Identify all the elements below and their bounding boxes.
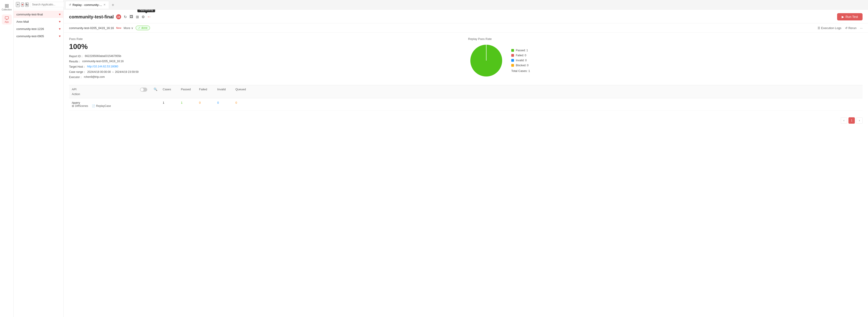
legend-failed: Failed: 0 <box>511 54 530 57</box>
table-row: /query 1 1 0 0 0 ⊞ DiffScenes 📄 ReplayCa… <box>69 98 863 110</box>
row-passed: 1 <box>181 101 199 104</box>
row-queued: 0 <box>236 101 860 104</box>
sidebar-item-app[interactable]: App <box>2 14 12 25</box>
replay-case-label: ReplayCase <box>96 104 111 108</box>
heart-icon: ♥ <box>59 34 61 38</box>
page-header-left: community-test-final 18 ↻ 🖼 ⊞ ⚙ AppSetti… <box>69 14 152 20</box>
next-page-button[interactable]: › <box>856 117 863 124</box>
legend-blocked: Blocked: 0 <box>511 64 530 67</box>
grid-icon <box>5 4 9 8</box>
pie-section: Passed: 1 Failed: 0 Invalid: 0 <box>468 42 863 79</box>
collection-item-label: Arex-Mall <box>17 20 29 23</box>
icon-sidebar: Collection App <box>0 0 13 317</box>
sub-header-right: ☰ Execution Logs ↺ Rerun ··· <box>817 26 863 30</box>
col-api: API <box>72 87 140 92</box>
svg-rect-0 <box>5 4 6 5</box>
pie-chart <box>468 42 504 79</box>
stats-section: Pass Rate 100% Report ID： 6622285060aba0… <box>64 33 868 85</box>
collection-sidebar: ＋ ♥ ↻ community-test-final ♥ Arex-Mall ♥… <box>13 0 64 317</box>
appsetting-tooltip: AppSetting <box>137 9 155 12</box>
sidebar-item-collection[interactable]: Collection <box>2 2 12 12</box>
diff-scenes-icon: ⊞ <box>72 104 74 108</box>
table-section: API 🔍 Cases Passed Failed Invalid Queued… <box>64 85 868 115</box>
target-host-link[interactable]: http://10.144.62.53:18080 <box>87 65 118 69</box>
collection-item-community-test-0905[interactable]: community-test-0905 ♥ <box>13 32 63 40</box>
replay-case-button[interactable]: 📄 ReplayCase <box>92 104 111 108</box>
grid-icon-button[interactable]: ⊞ <box>135 14 139 20</box>
row-cases: 1 <box>163 101 181 104</box>
search-icon-button[interactable]: 🔍 <box>154 87 157 91</box>
prev-page-button[interactable]: ‹ <box>841 117 847 124</box>
run-test-button[interactable]: ▶ Run Test <box>837 13 863 21</box>
col-queued: Queued <box>236 87 860 92</box>
diff-scenes-button[interactable]: ⊞ DiffScenes <box>72 104 88 108</box>
replay-case-icon: 📄 <box>92 104 95 108</box>
svg-rect-4 <box>5 16 8 19</box>
action-buttons: ⊞ DiffScenes 📄 ReplayCase <box>72 104 140 108</box>
page-1-button[interactable]: 1 <box>848 117 855 124</box>
replay-tab[interactable]: ↺ Replay - community-... ✕ <box>65 1 109 9</box>
done-badge: ✓ done <box>136 26 150 30</box>
collection-item-arex-mall[interactable]: Arex-Mall ♥ <box>13 18 63 25</box>
row-failed: 0 <box>199 101 217 104</box>
favorite-button[interactable]: ♥ <box>21 2 24 7</box>
settings-icon-button[interactable]: ⚙ <box>141 14 145 20</box>
execution-logs-button[interactable]: ☰ Execution Logs <box>817 26 841 30</box>
refresh-button[interactable]: ↻ <box>25 2 29 7</box>
more-button[interactable]: More ∨ <box>124 26 133 30</box>
collection-item-label: community-test-final <box>17 13 43 16</box>
search-input[interactable] <box>30 2 68 7</box>
pass-rate-section: Pass Rate 100% Report ID： 6622285060aba0… <box>69 37 464 80</box>
rerun-icon: ↺ <box>845 26 847 30</box>
run-test-icon: ▶ <box>842 15 844 19</box>
tab-bar: ↺ Replay - community-... ✕ ＋ <box>64 0 868 9</box>
col-failed: Failed <box>199 87 217 92</box>
col-toggle <box>140 87 154 92</box>
header-icons: ↻ 🖼 ⊞ ⚙ AppSetting ← <box>123 14 152 20</box>
badge-count: 18 <box>116 14 121 19</box>
new-badge: New <box>116 27 121 29</box>
chart-legend-and-total: Passed: 1 Failed: 0 Invalid: 0 <box>511 49 530 73</box>
heart-icon: ♥ <box>59 20 61 23</box>
diff-scenes-label: DiffScenes <box>75 104 88 108</box>
chart-legend: Passed: 1 Failed: 0 Invalid: 0 <box>511 49 530 67</box>
report-id-row: Report ID： 6622285060aba0315467955b <box>69 55 464 58</box>
heart-icon: ♥ <box>59 27 61 31</box>
refresh-icon-button[interactable]: ↻ <box>123 14 127 20</box>
failed-label: Failed: 0 <box>516 54 526 57</box>
api-toggle[interactable] <box>140 87 147 92</box>
col-passed: Passed <box>181 87 199 92</box>
collection-item-label: community-test-1226 <box>17 27 44 31</box>
image-icon-button[interactable]: 🖼 <box>129 14 134 19</box>
target-host-row: Target Host： http://10.144.62.53:18080 <box>69 65 464 69</box>
add-button[interactable]: ＋ <box>16 2 20 7</box>
sub-header: community-test-0205_0419_16:16 New More … <box>64 23 868 33</box>
svg-rect-2 <box>7 6 8 7</box>
collection-header: ＋ ♥ ↻ <box>13 0 63 9</box>
passed-label: Passed: 1 <box>516 49 528 52</box>
collection-item-community-test-final[interactable]: community-test-final ♥ <box>13 11 63 18</box>
row-invalid: 0 <box>217 101 236 104</box>
tab-close-button[interactable]: ✕ <box>103 3 106 6</box>
new-tab-button[interactable]: ＋ <box>110 2 116 7</box>
heart-icon: ♥ <box>59 12 61 16</box>
collection-item-community-test-1226[interactable]: community-test-1226 ♥ <box>13 25 63 32</box>
more-options-button[interactable]: ··· <box>860 26 863 30</box>
page-header: community-test-final 18 ↻ 🖼 ⊞ ⚙ AppSetti… <box>64 9 868 23</box>
executor-row: Executor： rchen9@trip.com <box>69 75 464 79</box>
tab-label: Replay - community-... <box>72 3 102 7</box>
sub-header-left: community-test-0205_0419_16:16 New More … <box>69 26 150 30</box>
rerun-button[interactable]: ↺ Rerun <box>845 26 857 30</box>
collection-label: Collection <box>2 8 12 11</box>
col-invalid: Invalid <box>217 87 236 92</box>
settings-button-wrapper: ⚙ AppSetting ← <box>141 14 152 20</box>
collection-item-label: community-test-0905 <box>17 34 44 38</box>
svg-rect-3 <box>5 6 6 7</box>
replay-icon: ↺ <box>69 3 71 6</box>
arrow-indicator: ← <box>147 14 152 19</box>
content-area: community-test-final 18 ↻ 🖼 ⊞ ⚙ AppSetti… <box>64 9 868 317</box>
replay-pass-rate-label: Replay Pass Rate <box>468 37 863 41</box>
pagination: ‹ 1 › <box>64 115 868 126</box>
case-range-row: Case range： 2024/4/18 00:00:00 ～ 2024/4/… <box>69 70 464 74</box>
legend-passed: Passed: 1 <box>511 49 530 52</box>
